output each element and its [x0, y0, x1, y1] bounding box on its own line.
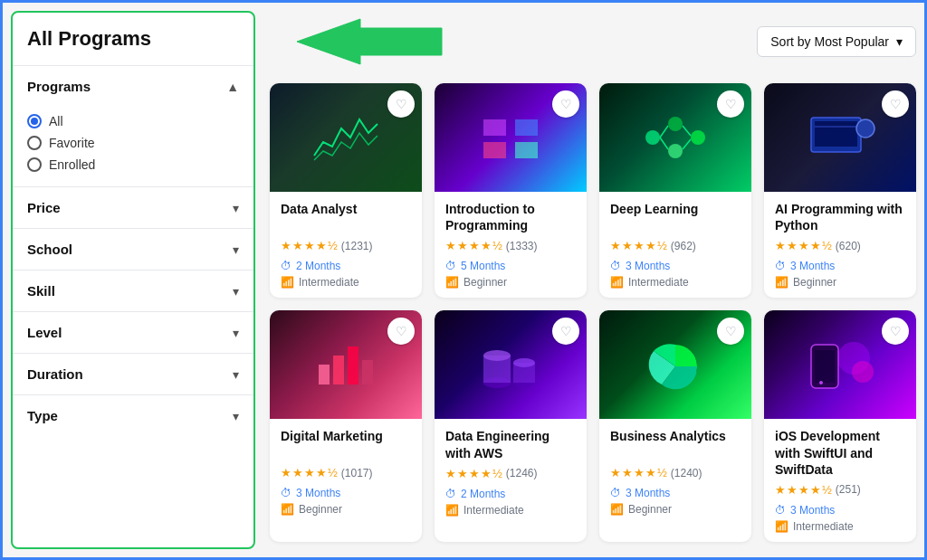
- svg-point-17: [856, 119, 874, 138]
- level-value-5: Beginner: [299, 503, 342, 516]
- duration-value-1: 2 Months: [296, 260, 340, 272]
- card-5: ♡ Digital Marketing ★ ★ ★ ★ ½ (1017) ⏱ 3…: [270, 310, 422, 542]
- card-rating-2: ★ ★ ★ ★ ½ (1333): [445, 239, 576, 252]
- card-3: ♡ Deep Learning ★ ★ ★ ★ ½ (962) ⏱ 3 Mont…: [599, 83, 751, 298]
- star-half-icon: ½: [657, 239, 667, 252]
- star-half-icon: ½: [492, 467, 502, 480]
- svg-point-30: [852, 361, 874, 383]
- svg-rect-19: [333, 356, 344, 384]
- svg-point-27: [513, 358, 535, 367]
- card-title-6: Data Engineering with AWS: [445, 428, 576, 460]
- card-body-6: Data Engineering with AWS ★ ★ ★ ★ ½ (124…: [435, 419, 587, 525]
- star-icon: ★: [469, 239, 480, 252]
- card-8: ♡ iOS Development with SwiftUI and Swift…: [764, 310, 916, 542]
- filter-duration-header[interactable]: Duration ▾: [13, 354, 253, 394]
- card-rating-5: ★ ★ ★ ★ ½ (1017): [281, 466, 411, 479]
- meta-level-3: 📶 Intermediate: [610, 276, 741, 289]
- stars-7: ★ ★ ★ ★ ½: [610, 466, 667, 479]
- filter-duration-label: Duration: [27, 366, 83, 382]
- filter-level: Level ▾: [13, 311, 253, 353]
- star-icon: ★: [281, 466, 291, 479]
- rating-count-6: (1246): [506, 467, 538, 479]
- meta-duration-8: ⏱ 3 Months: [775, 504, 905, 517]
- rating-count-7: (1240): [671, 467, 702, 479]
- filter-price-label: Price: [27, 200, 61, 215]
- clock-icon-5: ⏱: [281, 487, 291, 499]
- stars-4: ★ ★ ★ ★ ½: [775, 239, 832, 252]
- radio-all[interactable]: All: [27, 110, 239, 132]
- star-icon: ★: [645, 466, 656, 479]
- heart-button-4[interactable]: ♡: [882, 90, 909, 118]
- svg-rect-15: [815, 121, 857, 147]
- card-meta-6: ⏱ 2 Months 📶 Intermediate: [445, 488, 576, 517]
- filter-skill-header[interactable]: Skill ▾: [13, 271, 253, 311]
- filter-skill-chevron: ▾: [233, 284, 239, 299]
- filter-type-header[interactable]: Type ▾: [13, 395, 253, 436]
- svg-line-12: [683, 126, 691, 136]
- star-icon: ★: [622, 466, 633, 479]
- clock-icon-1: ⏱: [281, 260, 291, 272]
- star-icon: ★: [787, 239, 798, 252]
- meta-duration-5: ⏱ 3 Months: [281, 487, 411, 499]
- svg-point-24: [483, 350, 511, 361]
- meta-duration-3: ⏱ 3 Months: [610, 260, 741, 272]
- meta-level-5: 📶 Beginner: [281, 503, 411, 516]
- card-body-4: AI Programming with Python ★ ★ ★ ★ ½ (62…: [764, 192, 916, 298]
- meta-level-4: 📶 Beginner: [775, 276, 905, 289]
- filter-price-header[interactable]: Price ▾: [13, 187, 253, 228]
- heart-button-1[interactable]: ♡: [387, 90, 415, 118]
- card-image-3: ♡: [599, 83, 751, 192]
- svg-line-10: [660, 126, 668, 138]
- svg-point-6: [645, 130, 660, 145]
- stars-6: ★ ★ ★ ★ ½: [445, 467, 502, 480]
- star-icon: ★: [445, 239, 456, 252]
- bar-icon-7: 📶: [610, 503, 624, 516]
- stars-3: ★ ★ ★ ★ ½: [610, 239, 667, 252]
- filter-programs-body: All Favorite Enrolled: [13, 107, 253, 186]
- card-title-5: Digital Marketing: [281, 428, 411, 460]
- filter-programs-header[interactable]: Programs ▲: [13, 66, 253, 107]
- duration-value-2: 5 Months: [461, 260, 505, 272]
- card-body-8: iOS Development with SwiftUI and SwiftDa…: [764, 419, 916, 542]
- level-value-8: Intermediate: [793, 520, 854, 533]
- card-title-4: AI Programming with Python: [775, 201, 905, 233]
- card-image-1: ♡: [270, 83, 422, 192]
- filter-school-header[interactable]: School ▾: [13, 229, 253, 270]
- star-icon: ★: [445, 467, 456, 480]
- filter-school-chevron: ▾: [233, 242, 239, 257]
- filter-type-chevron: ▾: [233, 409, 239, 423]
- card-body-1: Data Analyst ★ ★ ★ ★ ½ (1231) ⏱ 2 Months…: [270, 192, 422, 298]
- radio-favorite[interactable]: Favorite: [27, 132, 239, 154]
- radio-all-circle: [27, 114, 42, 128]
- level-value-6: Intermediate: [464, 504, 524, 517]
- level-value-2: Beginner: [464, 276, 507, 289]
- main-content: Sort by Most Popular ▾ ♡ Data Analyst ★ …: [270, 11, 916, 549]
- star-icon: ★: [798, 483, 809, 497]
- duration-value-7: 3 Months: [626, 487, 670, 499]
- card-meta-2: ⏱ 5 Months 📶 Beginner: [445, 260, 576, 289]
- star-icon: ★: [457, 467, 468, 480]
- filter-level-header[interactable]: Level ▾: [13, 312, 253, 353]
- star-icon: ★: [634, 239, 645, 252]
- rating-count-3: (962): [671, 240, 696, 252]
- meta-level-7: 📶 Beginner: [610, 503, 741, 516]
- radio-enrolled[interactable]: Enrolled: [27, 154, 239, 176]
- heart-button-3[interactable]: ♡: [717, 90, 744, 118]
- star-icon: ★: [775, 483, 786, 497]
- svg-rect-3: [515, 119, 538, 136]
- svg-point-9: [691, 130, 705, 145]
- rating-count-4: (620): [836, 240, 861, 252]
- card-title-1: Data Analyst: [281, 201, 411, 233]
- sort-dropdown[interactable]: Sort by Most Popular ▾: [757, 26, 916, 57]
- clock-icon-4: ⏱: [775, 260, 786, 272]
- level-value-3: Intermediate: [628, 276, 689, 289]
- card-body-7: Business Analytics ★ ★ ★ ★ ½ (1240) ⏱ 3 …: [599, 419, 751, 525]
- star-half-icon: ½: [492, 239, 502, 252]
- filter-programs-label: Programs: [27, 79, 91, 94]
- star-icon: ★: [775, 239, 786, 252]
- heart-button-2[interactable]: ♡: [552, 90, 579, 118]
- star-icon: ★: [798, 239, 809, 252]
- duration-value-3: 3 Months: [626, 260, 670, 272]
- filter-type-label: Type: [27, 408, 58, 423]
- stars-1: ★ ★ ★ ★ ½: [281, 239, 338, 252]
